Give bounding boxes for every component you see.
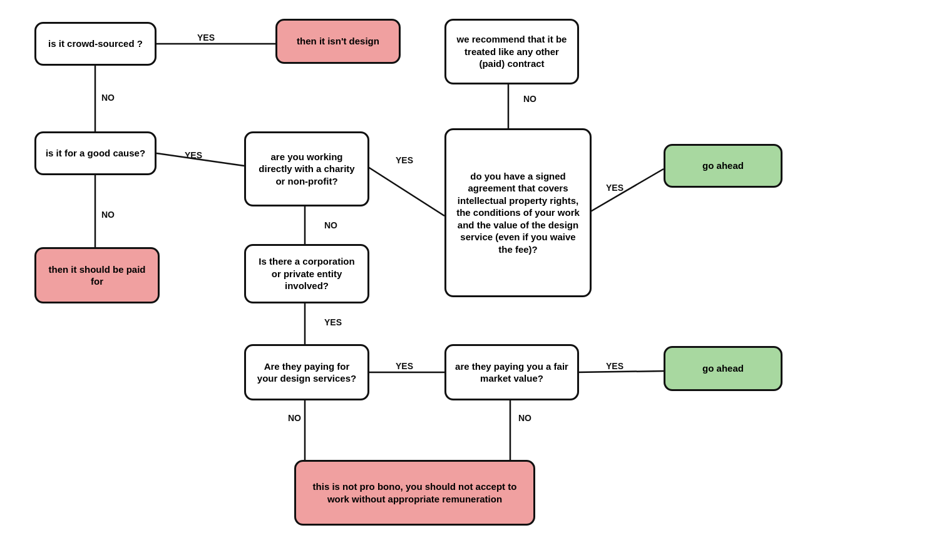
label-yes4: YES xyxy=(606,183,623,193)
node-signed-agreement: do you have a signed agreement that cove… xyxy=(444,128,592,297)
label-yes3: YES xyxy=(396,155,413,165)
node-crowd-sourced: is it crowd-sourced ? xyxy=(34,22,156,66)
label-yes5: YES xyxy=(324,317,342,327)
label-no5: NO xyxy=(288,413,301,423)
label-no-fm: NO xyxy=(518,413,531,423)
node-working-charity: are you working directly with a charity … xyxy=(244,131,369,206)
node-not-design: then it isn't design xyxy=(275,19,401,64)
node-go-ahead-1: go ahead xyxy=(664,144,782,188)
label-yes-fm: YES xyxy=(606,361,623,371)
label-yes2: YES xyxy=(185,150,202,160)
flowchart: YES NO YES NO YES NO NO YES YES YES NO Y… xyxy=(0,0,939,560)
label-yes6: YES xyxy=(396,361,413,371)
svg-line-7 xyxy=(588,169,664,213)
label-no2: NO xyxy=(101,210,115,220)
label-no4: NO xyxy=(523,94,536,104)
node-paid-for: then it should be paid for xyxy=(34,247,160,303)
node-go-ahead-2: go ahead xyxy=(664,346,782,391)
node-fair-market: are they paying you a fair market value? xyxy=(444,344,579,400)
label-no3: NO xyxy=(324,220,337,230)
label-yes1: YES xyxy=(197,33,215,43)
node-corporation: Is there a corporation or private entity… xyxy=(244,244,369,303)
node-paying-design: Are they paying for your design services… xyxy=(244,344,369,400)
node-good-cause: is it for a good cause? xyxy=(34,131,156,175)
svg-line-10 xyxy=(576,371,664,372)
node-not-pro-bono: this is not pro bono, you should not acc… xyxy=(294,460,535,526)
label-no1: NO xyxy=(101,93,115,103)
svg-line-4 xyxy=(366,166,444,216)
node-recommend-contract: we recommend that it be treated like any… xyxy=(444,19,579,84)
